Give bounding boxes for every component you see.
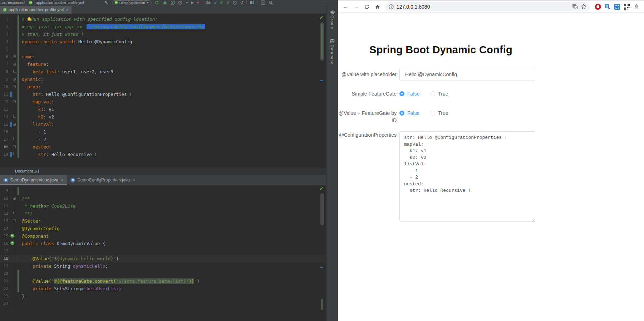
gutter (9, 121, 17, 128)
git-push-button[interactable]: ↗ (226, 0, 229, 5)
code-text: **/ (19, 210, 326, 217)
inspections-ok-icon[interactable]: ✔ (319, 15, 323, 20)
change-bar-column (17, 210, 19, 217)
stop-button[interactable]: ■ (197, 0, 199, 5)
rerun-button[interactable] (154, 0, 159, 5)
gutter (9, 247, 17, 255)
change-bar-column (17, 53, 19, 60)
breadcrumb-segment[interactable]: ain (1, 1, 6, 5)
added-lines-bar (18, 285, 19, 292)
changed-lines-marker (10, 152, 12, 157)
breadcrumb-segment[interactable]: resources (8, 1, 24, 5)
tab-demo-dynamic-value[interactable]: C DemoDynamicValue.java × (0, 175, 67, 185)
added-lines-bar (18, 45, 19, 53)
run-configuration-select[interactable]: DemoApplication ▼ (112, 0, 152, 5)
radio-true[interactable]: True (430, 91, 448, 97)
inspections-ok-icon[interactable]: ✔ (319, 186, 323, 191)
line-number: 8 (0, 68, 9, 76)
debug-button[interactable] (162, 0, 167, 5)
value-placeholder-input[interactable] (399, 68, 535, 81)
scrollbar-thumb[interactable] (320, 193, 324, 225)
fold-end-icon (13, 70, 15, 73)
code-text: @Getter (19, 217, 326, 225)
change-bar-column (17, 225, 19, 232)
git-commit-button[interactable]: ✔ (220, 0, 223, 5)
ide-toolbar: ain/resources/ application-another-profi… (0, 0, 338, 5)
code-token: private (33, 263, 54, 269)
capture-extension-icon[interactable] (614, 4, 620, 10)
home-button[interactable] (373, 2, 382, 11)
build-hammer-icon[interactable] (104, 0, 109, 5)
address-bar[interactable]: 127.0.0.1:8080 aA (385, 2, 590, 11)
code-token: # eg: java -jar app.jar (22, 24, 87, 29)
configuration-properties-textarea[interactable]: str: Hello @ConfigurationProperties ! ma… (399, 131, 535, 222)
change-bar-column (17, 143, 19, 151)
code-line: 5 (0, 45, 326, 53)
code-text (19, 270, 326, 277)
forward-button[interactable]: → (352, 2, 361, 11)
close-icon[interactable]: × (61, 178, 63, 182)
added-lines-bar (18, 113, 19, 121)
tab-demo-config-properties[interactable]: C DemoConfigProperties.java × (67, 175, 138, 185)
profiler-dropdown-icon[interactable]: ▼ (186, 1, 188, 4)
code-text: * @author Code2Life (19, 202, 326, 210)
gutter (9, 76, 17, 83)
site-info-icon[interactable] (389, 4, 394, 9)
code-token (22, 114, 38, 120)
code-token: : (73, 39, 78, 44)
reload-button[interactable] (362, 2, 372, 11)
code-line: 16 - 1 (0, 128, 326, 136)
bookmark-star-icon[interactable] (581, 4, 587, 10)
radio-false[interactable]: False (399, 91, 419, 97)
added-lines-bar (18, 38, 19, 45)
code-token: map-val (33, 99, 51, 104)
radio-false[interactable]: False (399, 110, 419, 116)
breadcrumb-file[interactable]: application-another-profile.yml (36, 1, 84, 5)
code-token: beta-list (33, 69, 57, 74)
yaml-editor[interactable]: 1# Run application with specified config… (0, 14, 326, 167)
code-line: 13 k1: v1 (0, 106, 326, 113)
rocket-extension-icon[interactable] (633, 4, 640, 10)
database-tool-window-button[interactable]: Database (326, 39, 338, 64)
tab-application-another-profile[interactable]: application-another-profile.yml × (0, 6, 72, 14)
run-anything-button[interactable] (261, 0, 266, 5)
code-token: ; (119, 286, 122, 291)
git-rollback-button[interactable]: ↺ (240, 0, 244, 5)
line-number: 19 (0, 151, 9, 158)
field-label: @Value with placeholder (338, 68, 399, 81)
code-line: 21 @Value("#{@featureGate.convert('${som… (0, 277, 326, 285)
qrcode-extension-icon[interactable] (624, 4, 630, 10)
line-number: 5 (0, 45, 9, 53)
change-bar-column (17, 121, 19, 128)
code-line: 8 beta-list: user1, user2, user3 (0, 68, 326, 76)
window-layout-icon[interactable] (250, 0, 255, 5)
form-row-configuration-properties: @ConfigurationProperties str: Hello @Con… (338, 131, 538, 223)
code-token: #{@featureGate.convert( (54, 278, 116, 284)
code-line: 19 str: Hello Recursive ! (0, 151, 326, 158)
line-number: 16 (0, 240, 9, 247)
code-token: : (51, 99, 54, 104)
java-editor[interactable]: 910/**11 * @author Code2Life12 **/13@Get… (0, 185, 326, 321)
run-disabled-icon[interactable]: ▶ (191, 0, 194, 5)
git-history-button[interactable] (232, 0, 237, 5)
added-lines-bar (18, 91, 19, 98)
gradle-tool-window-button[interactable]: Gradle (326, 10, 338, 29)
code-text: # Run application with specified config … (19, 15, 326, 23)
code-text: # then, it just works ! (19, 30, 326, 38)
added-lines-bar (18, 277, 19, 285)
translate-extension-icon[interactable]: G (604, 4, 611, 10)
search-everywhere-icon[interactable] (269, 0, 274, 5)
git-update-button[interactable]: ↙ (214, 0, 217, 5)
translate-page-icon[interactable]: aA (572, 4, 578, 9)
close-icon[interactable]: × (133, 178, 135, 182)
run-with-coverage-button[interactable] (170, 0, 175, 5)
profiler-button[interactable] (178, 0, 183, 5)
code-token (22, 99, 33, 104)
code-token: ( (49, 256, 51, 261)
radio-true[interactable]: True (430, 110, 448, 116)
back-button[interactable]: ← (341, 2, 350, 11)
fold-end-icon (13, 152, 15, 155)
blocker-extension-icon[interactable] (595, 4, 601, 10)
close-icon[interactable]: × (66, 8, 68, 12)
fold-collapse-icon (13, 100, 16, 103)
